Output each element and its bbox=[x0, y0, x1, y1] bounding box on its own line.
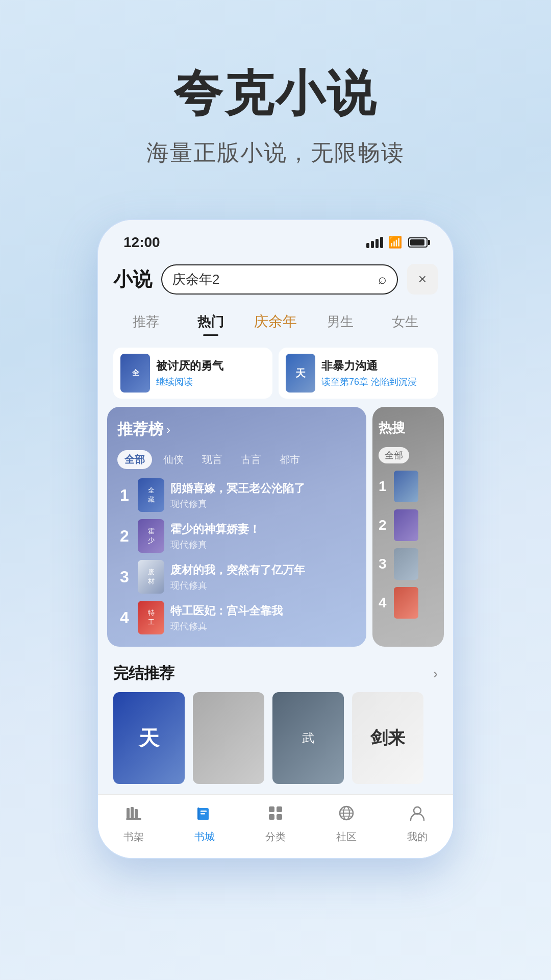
ranking-panel: 推荐榜 › 全部 仙侠 现言 古言 都市 1 全藏 阴婚喜嫁，冥王老公沦陷了 bbox=[107, 407, 366, 647]
svg-rect-0 bbox=[127, 808, 130, 818]
rank-info-4: 特工医妃：宫斗全靠我 现代修真 bbox=[170, 603, 356, 632]
hot-cover-3 bbox=[394, 548, 418, 580]
tab-male[interactable]: 男生 bbox=[308, 309, 373, 335]
book-row: 天 武 剑来 bbox=[113, 692, 438, 784]
svg-rect-5 bbox=[201, 811, 207, 812]
hero-subtitle: 海量正版小说，无限畅读 bbox=[41, 138, 510, 168]
nav-label-category: 分类 bbox=[265, 830, 286, 844]
search-input-text[interactable]: 庆余年2 bbox=[172, 271, 373, 288]
svg-rect-11 bbox=[277, 814, 282, 820]
nav-tabs: 推荐 热门 庆余年 男生 女生 bbox=[98, 303, 453, 342]
rank-name-3: 废材的我，突然有了亿万年 bbox=[170, 562, 356, 578]
rank-info-2: 霍少的神算娇妻！ 现代修真 bbox=[170, 522, 356, 551]
battery-icon bbox=[408, 237, 428, 248]
svg-rect-3 bbox=[126, 818, 141, 820]
svg-rect-8 bbox=[269, 806, 274, 812]
hot-item-1[interactable]: 1 bbox=[379, 471, 438, 502]
tab-hot[interactable]: 热门 bbox=[178, 309, 243, 335]
phone-mockup: 12:00 📶 小说 庆余年2 ⌕ × 推荐 热门 bbox=[97, 219, 454, 859]
section-header: 完结推荐 › bbox=[113, 663, 438, 684]
svg-rect-6 bbox=[201, 813, 205, 815]
rank-name-4: 特工医妃：宫斗全靠我 bbox=[170, 603, 356, 619]
rank-genre-4: 现代修真 bbox=[170, 620, 356, 632]
nav-item-profile[interactable]: 我的 bbox=[382, 804, 453, 844]
book-thumb-2[interactable] bbox=[193, 692, 264, 784]
hot-panel: 热搜 全部 1 2 3 4 bbox=[372, 407, 444, 647]
hot-num-1: 1 bbox=[379, 478, 390, 495]
hot-cover-2 bbox=[394, 509, 418, 541]
tab-special[interactable]: 庆余年 bbox=[243, 308, 308, 335]
status-time: 12:00 bbox=[123, 234, 160, 251]
filter-modern[interactable]: 现言 bbox=[195, 450, 230, 469]
svg-rect-9 bbox=[277, 806, 282, 812]
bookstore-icon bbox=[195, 804, 214, 827]
recent-reads: 全 被讨厌的勇气 继续阅读 天 非暴力沟通 读至第76章 沦陷到沉浸 bbox=[98, 342, 453, 407]
recent-card-1[interactable]: 全 被讨厌的勇气 继续阅读 bbox=[113, 348, 272, 399]
tab-recommend[interactable]: 推荐 bbox=[113, 309, 178, 335]
rank-item-4[interactable]: 4 特工 特工医妃：宫斗全靠我 现代修真 bbox=[117, 601, 356, 634]
ranking-filters: 全部 仙侠 现言 古言 都市 bbox=[117, 450, 356, 469]
filter-urban[interactable]: 都市 bbox=[272, 450, 307, 469]
rank-info-1: 阴婚喜嫁，冥王老公沦陷了 现代修真 bbox=[170, 481, 356, 510]
rank-cover-3: 废材 bbox=[138, 560, 164, 594]
svg-rect-7 bbox=[197, 807, 199, 820]
app-title: 小说 bbox=[113, 266, 152, 292]
nav-label-shelf: 书架 bbox=[123, 830, 144, 844]
recent-action-2[interactable]: 读至第76章 沦陷到沉浸 bbox=[321, 376, 431, 388]
ranking-arrow[interactable]: › bbox=[166, 423, 170, 437]
status-bar: 12:00 📶 bbox=[98, 220, 453, 256]
book-thumb-3[interactable]: 武 bbox=[272, 692, 344, 784]
hot-item-4[interactable]: 4 bbox=[379, 587, 438, 619]
status-icons: 📶 bbox=[366, 236, 428, 249]
recent-title-2: 非暴力沟通 bbox=[321, 358, 431, 374]
rank-cover-1: 全藏 bbox=[138, 478, 164, 512]
rank-item-3[interactable]: 3 废材 废材的我，突然有了亿万年 现代修真 bbox=[117, 560, 356, 594]
nav-item-community[interactable]: 社区 bbox=[311, 804, 382, 844]
rank-name-1: 阴婚喜嫁，冥王老公沦陷了 bbox=[170, 481, 356, 496]
nav-item-bookstore[interactable]: 书城 bbox=[169, 804, 240, 844]
rank-item-2[interactable]: 2 霍少 霍少的神算娇妻！ 现代修真 bbox=[117, 519, 356, 553]
rank-list: 1 全藏 阴婚喜嫁，冥王老公沦陷了 现代修真 2 霍少 霍少的神算娇 bbox=[117, 478, 356, 634]
book-thumb-4[interactable]: 剑来 bbox=[352, 692, 423, 784]
hot-num-3: 3 bbox=[379, 556, 390, 572]
rank-cover-2: 霍少 bbox=[138, 519, 164, 553]
svg-rect-10 bbox=[269, 814, 274, 820]
search-icon[interactable]: ⌕ bbox=[378, 271, 387, 287]
hot-filter[interactable]: 全部 bbox=[379, 447, 409, 463]
nav-label-community: 社区 bbox=[336, 830, 357, 844]
rank-num-2: 2 bbox=[117, 527, 132, 546]
hot-num-4: 4 bbox=[379, 595, 390, 611]
nav-label-profile: 我的 bbox=[407, 830, 428, 844]
hero-title: 夸克小说 bbox=[41, 61, 510, 128]
rank-genre-2: 现代修真 bbox=[170, 538, 356, 551]
recent-title-1: 被讨厌的勇气 bbox=[156, 358, 265, 374]
signal-icon bbox=[366, 237, 383, 248]
bottom-nav: 书架 书城 分类 bbox=[98, 794, 453, 858]
hot-item-3[interactable]: 3 bbox=[379, 548, 438, 580]
book-thumb-1[interactable]: 天 bbox=[113, 692, 185, 784]
recent-card-2[interactable]: 天 非暴力沟通 读至第76章 沦陷到沉浸 bbox=[279, 348, 438, 399]
hot-num-2: 2 bbox=[379, 517, 390, 533]
rank-name-2: 霍少的神算娇妻！ bbox=[170, 522, 356, 537]
section-arrow[interactable]: › bbox=[433, 666, 438, 682]
hero-section: 夸克小说 海量正版小说，无限畅读 bbox=[0, 0, 551, 199]
profile-icon bbox=[408, 804, 427, 827]
filter-all[interactable]: 全部 bbox=[117, 450, 152, 469]
close-button[interactable]: × bbox=[407, 264, 438, 295]
hot-cover-1 bbox=[394, 471, 418, 502]
hot-cover-4 bbox=[394, 587, 418, 619]
recent-info-2: 非暴力沟通 读至第76章 沦陷到沉浸 bbox=[321, 358, 431, 388]
filter-ancient[interactable]: 古言 bbox=[234, 450, 268, 469]
tab-female[interactable]: 女生 bbox=[373, 309, 438, 335]
svg-rect-1 bbox=[131, 807, 134, 818]
recent-info-1: 被讨厌的勇气 继续阅读 bbox=[156, 358, 265, 388]
nav-item-shelf[interactable]: 书架 bbox=[98, 804, 169, 844]
recent-action-1[interactable]: 继续阅读 bbox=[156, 376, 265, 388]
hot-item-2[interactable]: 2 bbox=[379, 509, 438, 541]
search-bar[interactable]: 庆余年2 ⌕ bbox=[161, 264, 398, 295]
rank-item-1[interactable]: 1 全藏 阴婚喜嫁，冥王老公沦陷了 现代修真 bbox=[117, 478, 356, 512]
nav-label-bookstore: 书城 bbox=[194, 830, 215, 844]
filter-xianxia[interactable]: 仙侠 bbox=[156, 450, 191, 469]
main-content: 推荐榜 › 全部 仙侠 现言 古言 都市 1 全藏 阴婚喜嫁，冥王老公沦陷了 bbox=[98, 407, 453, 655]
nav-item-category[interactable]: 分类 bbox=[240, 804, 311, 844]
